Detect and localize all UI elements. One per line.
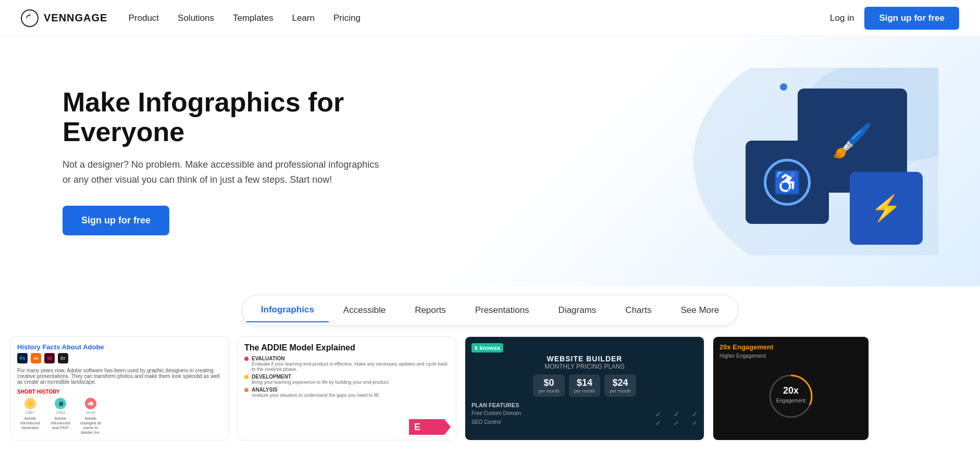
pricing-subtitle: MONTHLY PRICING PLANS [472,363,698,370]
dark-title: 20x Engagement [720,343,862,351]
engagement-chart: 20x Engagement [749,365,833,427]
logo-icon [21,9,39,27]
stage-evaluation: EVALUATION Evaluate if your learning end… [244,356,450,372]
tab-infographics[interactable]: Infographics [246,298,329,322]
hero-cta-button[interactable]: Sign up for free [63,206,169,235]
navbar: VENNGAGE Product Solutions Templates Lea… [0,0,980,36]
check-2a: ✓ [655,419,661,427]
card-adobe-icons: Ps Ai Id Br [17,353,222,363]
nav-links: Product Solutions Templates Learn Pricin… [128,13,360,23]
br-icon: Br [58,353,68,363]
feature-2-label: SEO Control [472,419,501,427]
addie-arrow: E [409,419,451,435]
svg-text:Engagement: Engagement [776,398,806,404]
puzzle-accessibility: ♿ [746,141,829,224]
dark-sub: Higher Engagement [720,353,862,359]
check-1b: ✓ [674,410,679,418]
card-pricing[interactable]: k knowza WEBSITE BUILDER MONTHLY PRICING… [465,336,704,441]
pricing-col-mid: $14 per month [569,374,601,397]
price-24: $24 [610,378,631,388]
card-adobe-title: History Facts About Adobe [17,343,222,351]
timeline-circle-1987: ☀️ [24,398,36,409]
tab-see-more[interactable]: See More [666,299,734,322]
tab-accessible[interactable]: Accessible [329,299,400,322]
dot-1 [780,83,787,91]
feature-row-1: Free Custom Domain ✓ ✓ ✓ [472,410,698,418]
price-per-0: per month [538,388,560,394]
timeline-circle-2018: ☁️ [85,398,96,409]
dot-2 [790,172,795,177]
hero-text: Make Infographics for Everyone Not a des… [63,87,386,236]
logo[interactable]: VENNGAGE [21,9,107,27]
evaluation-dot [244,357,249,361]
plan-features-label: PLAN FEATURES [472,402,698,408]
analysis-dot [244,388,249,392]
hero-section: Make Infographics for Everyone Not a des… [0,36,980,286]
price-0: $0 [538,378,560,388]
knowza-badge: k knowza [472,343,503,353]
pricing-cols: $0 per month $14 per month $24 per month [472,374,698,397]
tab-presentations[interactable]: Presentations [461,299,544,322]
card-adobe[interactable]: History Facts About Adobe Ps Ai Id Br Fo… [10,336,229,441]
navbar-right: Log in Sign up for free [830,7,959,30]
ai-icon: Ai [31,353,41,363]
svg-text:20x: 20x [783,385,799,396]
nav-learn[interactable]: Learn [292,13,314,23]
tabs-container: Infographics Accessible Reports Presenta… [242,295,738,326]
pricing-main-title: WEBSITE BUILDER [472,355,698,363]
card-dark[interactable]: 20x Engagement Higher Engagement 20x Eng… [713,336,869,441]
card-adobe-subtitle: SHORT HISTORY [17,389,222,395]
puzzle-network: ⚡ [850,172,923,245]
stage-development: DEVELOPMENT Bring your learning experien… [244,374,450,385]
tabs-wrapper: Infographics Accessible Reports Presenta… [0,286,980,326]
addie-stages: EVALUATION Evaluate if your learning end… [244,356,450,398]
tab-charts[interactable]: Charts [611,299,666,322]
in-icon: Id [44,353,55,363]
hero-title: Make Infographics for Everyone [63,87,386,147]
feature-2-checks: ✓ ✓ ✓ [655,419,698,427]
pricing-col-free: $0 per month [533,374,565,397]
ps-icon: Ps [17,353,28,363]
nav-solutions[interactable]: Solutions [178,13,214,23]
card-addie-title: The ADDIE Model Explained [244,343,450,353]
pricing-col-top: $24 per month [604,374,636,397]
logo-text: VENNGAGE [44,12,107,24]
dark-visual: 20x Engagement [720,365,862,427]
hero-illustration: 🖌️ ♿ ⚡ [678,68,938,255]
tab-diagrams[interactable]: Diagrams [544,299,611,322]
timeline-1987: ☀️ 1987 Adobe introduced Illustrator [17,398,43,435]
feature-row-2: SEO Control ✓ ✓ ✓ [472,419,698,427]
check-2c: ✓ [692,419,698,427]
card-adobe-body: For many years now, Adobe software has b… [17,368,222,385]
tab-reports[interactable]: Reports [400,299,461,322]
timeline-1993: 🖥 1993 Adobe introduced and PDF [47,398,73,435]
cards-section: History Facts About Adobe Ps Ai Id Br Fo… [0,326,980,441]
price-14: $14 [574,378,596,388]
login-button[interactable]: Log in [830,13,854,23]
navbar-left: VENNGAGE Product Solutions Templates Lea… [21,9,361,27]
nav-pricing[interactable]: Pricing [333,13,361,23]
logo-icon-inner [24,13,34,23]
signup-button[interactable]: Sign up for free [864,7,959,30]
check-2b: ✓ [674,419,679,427]
development-dot [244,375,249,379]
arrow-letter-e: E [414,422,420,433]
accessibility-icon: ♿ [764,159,811,206]
price-per-1: per month [574,388,596,394]
nav-product[interactable]: Product [128,13,159,23]
nav-templates[interactable]: Templates [233,13,273,23]
feature-1-checks: ✓ ✓ ✓ [655,410,698,418]
check-1c: ✓ [692,410,698,418]
hero-subtitle: Not a designer? No problem. Make accessi… [63,157,386,187]
timeline-row: ☀️ 1987 Adobe introduced Illustrator 🖥 1… [17,398,222,435]
feature-1-label: Free Custom Domain [472,410,521,418]
timeline-2018: ☁️ 2018 Adobe changed its name to Adobe … [78,398,104,435]
check-1a: ✓ [655,410,661,418]
timeline-circle-1993: 🖥 [55,398,66,409]
stage-analysis: ANALYSIS Analyze your situation to under… [244,387,450,398]
card-addie[interactable]: The ADDIE Model Explained EVALUATION Eva… [238,336,456,441]
price-per-2: per month [610,388,631,394]
